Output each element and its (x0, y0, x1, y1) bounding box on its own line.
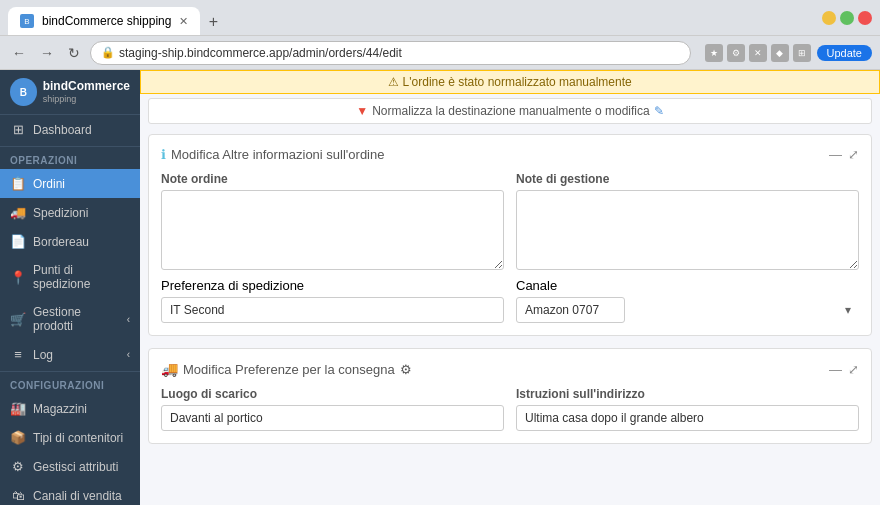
canale-select-wrapper: Amazon 0707 (516, 297, 859, 323)
lock-icon: 🔒 (101, 46, 115, 59)
luogo-input[interactable] (161, 405, 504, 431)
sidebar-item-label: Log (33, 348, 53, 362)
card-consegna-title: 🚚 Modifica Preferenze per la consegna ⚙ (161, 361, 412, 377)
ext-icon-4: ◆ (771, 44, 789, 62)
brand-sub: shipping (43, 94, 130, 105)
update-button[interactable]: Update (817, 45, 872, 61)
forward-button[interactable]: → (36, 43, 58, 63)
canale-label: Canale (516, 278, 859, 293)
main-content: ⚠ L'ordine è stato normalizzato manualme… (140, 70, 880, 505)
browser-chrome: B bindCommerce shipping ✕ + (0, 0, 880, 36)
sidebar-item-label: Tipi di contenitori (33, 431, 123, 445)
card-title: ℹ Modifica Altre informazioni sull'ordin… (161, 147, 384, 162)
top-notification: ⚠ L'ordine è stato normalizzato manualme… (140, 70, 880, 94)
reload-button[interactable]: ↻ (64, 43, 84, 63)
spedizioni-icon: 🚚 (10, 205, 26, 220)
sidebar-item-magazzini[interactable]: 🏭 Magazzini (0, 394, 140, 423)
logo-text: bindCommerce shipping (43, 79, 130, 104)
settings-icon: ⚙ (400, 362, 412, 377)
card-consegna-actions: — ⤢ (829, 362, 859, 377)
chevron-icon: ‹ (127, 314, 130, 325)
sidebar-item-label: Canali di vendita (33, 489, 122, 503)
ext-icon-5: ⊞ (793, 44, 811, 62)
istruzioni-input[interactable] (516, 405, 859, 431)
ext-icon-1: ★ (705, 44, 723, 62)
minimize-icon-2[interactable]: — (829, 362, 842, 377)
istruzioni-group: Istruzioni sull'indirizzo (516, 387, 859, 431)
minimize-button[interactable] (822, 11, 836, 25)
sidebar-item-label: Ordini (33, 177, 65, 191)
tab-title: bindCommerce shipping (42, 14, 171, 28)
sidebar-item-label: Magazzini (33, 402, 87, 416)
card-header: ℹ Modifica Altre informazioni sull'ordin… (161, 147, 859, 162)
log-icon: ≡ (10, 347, 26, 362)
note-gestione-input[interactable] (516, 190, 859, 270)
canale-group: Canale Amazon 0707 (516, 278, 859, 323)
luogo-label: Luogo di scarico (161, 387, 504, 401)
contenitori-icon: 📦 (10, 430, 26, 445)
card-consegna: 🚚 Modifica Preferenze per la consegna ⚙ … (148, 348, 872, 444)
sidebar-item-dashboard[interactable]: ⊞ Dashboard (0, 115, 140, 144)
sidebar-item-label: Punti di spedizione (33, 263, 130, 291)
sidebar-item-canali-vendita[interactable]: 🛍 Canali di vendita (0, 481, 140, 505)
sidebar-item-label: Gestisci attributi (33, 460, 118, 474)
card-title-text: Modifica Altre informazioni sull'ordine (171, 147, 384, 162)
address-text: staging-ship.bindcommerce.app/admin/orde… (119, 46, 402, 60)
sidebar-item-spedizioni[interactable]: 🚚 Spedizioni (0, 198, 140, 227)
new-tab-button[interactable]: + (200, 9, 226, 35)
normalize-text: Normalizza la destinazione manualmente o… (372, 104, 649, 118)
canale-select[interactable]: Amazon 0707 (516, 297, 625, 323)
sidebar-item-gestione-prodotti[interactable]: 🛒 Gestione prodotti ‹ (0, 298, 140, 340)
sidebar-item-ordini[interactable]: 📋 Ordini (0, 169, 140, 198)
card-consegna-title-text: Modifica Preferenze per la consegna (183, 362, 395, 377)
sidebar-item-bordereau[interactable]: 📄 Bordereau (0, 227, 140, 256)
address-bar[interactable]: 🔒 staging-ship.bindcommerce.app/admin/or… (90, 41, 691, 65)
sidebar: B bindCommerce shipping ⊞ Dashboard OPER… (0, 70, 140, 505)
note-ordine-label: Note ordine (161, 172, 504, 186)
section-operazioni: OPERAZIONI (0, 146, 140, 169)
tab-favicon: B (20, 14, 34, 28)
minimize-icon[interactable]: — (829, 147, 842, 162)
card-altre-info: ℹ Modifica Altre informazioni sull'ordin… (148, 134, 872, 336)
ext-icon-3: ✕ (749, 44, 767, 62)
window-controls (822, 11, 872, 25)
istruzioni-label: Istruzioni sull'indirizzo (516, 387, 859, 401)
magazzini-icon: 🏭 (10, 401, 26, 416)
prodotti-icon: 🛒 (10, 312, 26, 327)
expand-icon-2[interactable]: ⤢ (848, 362, 859, 377)
ordini-icon: 📋 (10, 176, 26, 191)
logo-icon: B (10, 78, 37, 106)
brand-name: bindCommerce (43, 79, 130, 93)
normalize-bar: ▼ Normalizza la destinazione manualmente… (148, 98, 872, 124)
browser-tabs: B bindCommerce shipping ✕ + (8, 0, 226, 35)
section-configurazioni: CONFIGURAZIONI (0, 371, 140, 394)
back-button[interactable]: ← (8, 43, 30, 63)
maximize-button[interactable] (840, 11, 854, 25)
sidebar-item-label: Spedizioni (33, 206, 88, 220)
notification-text: ⚠ L'ordine è stato normalizzato manualme… (388, 75, 631, 89)
canali-icon: 🛍 (10, 488, 26, 503)
bordereau-icon: 📄 (10, 234, 26, 249)
sidebar-item-punti-spedizione[interactable]: 📍 Punti di spedizione (0, 256, 140, 298)
chevron-icon: ‹ (127, 349, 130, 360)
sidebar-item-tipi-contenitori[interactable]: 📦 Tipi di contenitori (0, 423, 140, 452)
info-icon: ℹ (161, 147, 166, 162)
sidebar-item-gestisci-attributi[interactable]: ⚙ Gestisci attributi (0, 452, 140, 481)
dashboard-icon: ⊞ (10, 122, 26, 137)
ext-icon-2: ⚙ (727, 44, 745, 62)
close-tab-icon[interactable]: ✕ (179, 15, 188, 28)
sidebar-item-log[interactable]: ≡ Log ‹ (0, 340, 140, 369)
notes-row: Note ordine Note di gestione (161, 172, 859, 270)
consegna-row: Luogo di scarico Istruzioni sull'indiriz… (161, 387, 859, 431)
expand-icon[interactable]: ⤢ (848, 147, 859, 162)
truck-icon: 🚚 (161, 361, 178, 377)
preferenza-input[interactable] (161, 297, 504, 323)
close-button[interactable] (858, 11, 872, 25)
edit-icon[interactable]: ✎ (654, 104, 664, 118)
punti-icon: 📍 (10, 270, 26, 285)
spedizione-row: Preferenza di spedizione Canale Amazon 0… (161, 278, 859, 323)
note-gestione-group: Note di gestione (516, 172, 859, 270)
note-ordine-input[interactable] (161, 190, 504, 270)
preferenza-group: Preferenza di spedizione (161, 278, 504, 323)
active-tab[interactable]: B bindCommerce shipping ✕ (8, 7, 200, 35)
